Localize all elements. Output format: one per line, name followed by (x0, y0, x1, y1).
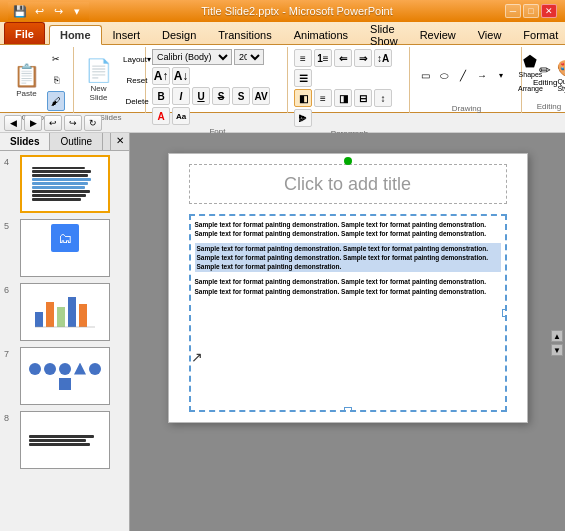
svg-rect-4 (79, 304, 87, 327)
tab-insert[interactable]: Insert (102, 24, 152, 44)
slide-content-area[interactable]: Sample text for format painting demonstr… (189, 214, 507, 412)
tab-design[interactable]: Design (151, 24, 207, 44)
slide-thumb-6[interactable] (20, 283, 110, 341)
strikethrough-button[interactable]: S (212, 87, 230, 105)
editing-group: ✏ Editing Editing (524, 47, 565, 113)
slide-canvas[interactable]: Click to add title Sample text for forma… (168, 153, 528, 423)
svg-rect-3 (68, 297, 76, 327)
columns-button[interactable]: ⫸ (294, 109, 312, 127)
new-slide-button[interactable]: 📄 NewSlide (80, 55, 117, 105)
bullets-button[interactable]: ≡ (294, 49, 312, 67)
font-size-row2: Aa (172, 107, 190, 125)
shadow-button[interactable]: S (232, 87, 250, 105)
svg-rect-0 (35, 312, 43, 327)
editing-icon: ✏ (539, 62, 551, 78)
text-direction-button[interactable]: ↕A (374, 49, 392, 67)
clipboard-small-buttons: ✂ ⎘ 🖌 (47, 49, 65, 111)
tab-view[interactable]: View (467, 24, 513, 44)
undo-arrow[interactable]: ↻ (84, 115, 102, 131)
slide-title-placeholder[interactable]: Click to add title (189, 164, 507, 204)
slide-thumb-5[interactable]: 🗂 (20, 219, 110, 277)
drawing-group: ▭ ⬭ ╱ → ▾ ⬟ Shapes Arrange (412, 47, 522, 113)
slide-panel: Slides Outline ✕ 4 (0, 133, 130, 531)
tab-outline[interactable]: Outline (50, 133, 103, 150)
ribbon-content: 📋 Paste ✂ ⎘ 🖌 Clipboard 📄 NewSlide La (0, 44, 565, 112)
tab-transitions[interactable]: Transitions (207, 24, 282, 44)
tab-format[interactable]: Format (512, 24, 565, 44)
copy-button[interactable]: ⎘ (47, 70, 65, 90)
font-name-select[interactable]: Calibri (Body) (152, 49, 232, 65)
ribbon: File Home Insert Design Transitions Anim… (0, 22, 565, 113)
slide-thumb-8[interactable] (20, 411, 110, 469)
new-slide-icon: 📄 (85, 58, 112, 84)
tab-home[interactable]: Home (49, 25, 102, 45)
scroll-right-button[interactable]: ▶ (24, 115, 42, 131)
slide-item-5[interactable]: 5 🗂 (4, 219, 125, 277)
panel-close-button[interactable]: ✕ (110, 133, 129, 150)
tab-file[interactable]: File (4, 22, 45, 44)
drawing-label: Drawing (416, 104, 517, 113)
slide-item-7[interactable]: 7 (4, 347, 125, 405)
canvas-scroll: ▲ ▼ (551, 330, 563, 356)
close-button[interactable]: ✕ (541, 4, 557, 18)
undo-button[interactable]: ↩ (31, 3, 47, 19)
tab-slides[interactable]: Slides (0, 133, 50, 150)
decrease-indent-button[interactable]: ⇐ (334, 49, 352, 67)
scroll-up-arrow[interactable]: ▲ (551, 330, 563, 342)
slide-thumb-4[interactable] (20, 155, 110, 213)
font-color-button[interactable]: A (152, 107, 170, 125)
font-format-row: B I U S S AV A Aa (152, 87, 283, 125)
slide-list: 4 (0, 151, 129, 531)
editing-group-label: Editing (528, 102, 565, 111)
scroll-down-arrow[interactable]: ▼ (551, 344, 563, 356)
align-left-button[interactable]: ◧ (294, 89, 312, 107)
text-align-button[interactable]: ☰ (294, 69, 312, 87)
window-title: Title Slide2.pptx - Microsoft PowerPoint (89, 5, 505, 17)
scroll-left-button[interactable]: ◀ (4, 115, 22, 131)
slide-item-6[interactable]: 6 (4, 283, 125, 341)
font-size-select[interactable]: 20 (234, 49, 264, 65)
svg-rect-1 (46, 302, 54, 327)
tab-animations[interactable]: Animations (283, 24, 359, 44)
tab-review[interactable]: Review (409, 24, 467, 44)
increase-font-button[interactable]: A↑ (152, 67, 170, 85)
justify-button[interactable]: ⊟ (354, 89, 372, 107)
line-spacing-button[interactable]: ↕ (374, 89, 392, 107)
cut-button[interactable]: ✂ (47, 49, 65, 69)
shape-rect[interactable]: ▭ (416, 66, 434, 86)
text-block-1: Sample text for format painting demonstr… (195, 220, 501, 238)
bold-button[interactable]: B (152, 87, 170, 105)
shape-arrow[interactable]: → (473, 66, 491, 86)
redo-toolbar-button[interactable]: ↪ (64, 115, 82, 131)
increase-indent-button[interactable]: ⇒ (354, 49, 372, 67)
format-painter-button[interactable]: 🖌 (47, 91, 65, 111)
qat-more-button[interactable]: ▾ (69, 3, 85, 19)
tab-slideshow[interactable]: Slide Show (359, 24, 409, 44)
numbering-button[interactable]: 1≡ (314, 49, 332, 67)
align-center-button[interactable]: ≡ (314, 89, 332, 107)
list-row: ≡ 1≡ ⇐ ⇒ ↕A ☰ (294, 49, 405, 87)
underline-button[interactable]: U (192, 87, 210, 105)
paste-icon: 📋 (13, 63, 40, 89)
text-block-2-selected: Sample text for format painting demonstr… (195, 243, 501, 272)
shape-line[interactable]: ╱ (454, 66, 472, 86)
decrease-font-button[interactable]: A↓ (172, 67, 190, 85)
annotation-pointer-left: ↗ (191, 349, 203, 365)
redo-button[interactable]: ↪ (50, 3, 66, 19)
save-button[interactable]: 💾 (12, 3, 28, 19)
font-name-row: Calibri (Body) 20 A↑ A↓ (152, 49, 283, 85)
shape-oval[interactable]: ⬭ (435, 66, 453, 86)
slide-item-8[interactable]: 8 (4, 411, 125, 469)
slide-item-4[interactable]: 4 (4, 155, 125, 213)
slide-thumb-7[interactable] (20, 347, 110, 405)
shapes-more[interactable]: ▾ (492, 66, 510, 86)
minimize-button[interactable]: ─ (505, 4, 521, 18)
title-bar: 💾 ↩ ↪ ▾ Title Slide2.pptx - Microsoft Po… (0, 0, 565, 22)
maximize-button[interactable]: □ (523, 4, 539, 18)
char-spacing-button[interactable]: AV (252, 87, 270, 105)
italic-button[interactable]: I (172, 87, 190, 105)
align-right-button[interactable]: ◨ (334, 89, 352, 107)
paste-button[interactable]: 📋 Paste (8, 60, 45, 101)
editing-button[interactable]: ✏ Editing (528, 59, 562, 90)
undo-toolbar-button[interactable]: ↩ (44, 115, 62, 131)
